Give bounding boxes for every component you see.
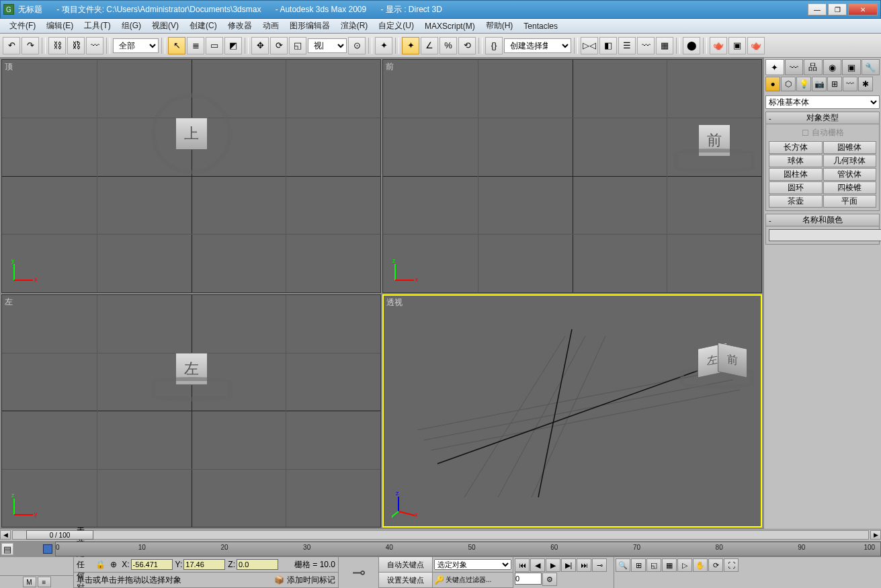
menu-grapheditor[interactable]: 图形编辑器 <box>284 19 335 33</box>
schematic-view-button[interactable]: ▦ <box>656 37 673 54</box>
time-config-button[interactable]: ⚙ <box>542 573 557 586</box>
ref-coord-select[interactable]: 视图 <box>308 38 347 53</box>
render-setup-button[interactable]: 🫖 <box>710 37 727 54</box>
menu-view[interactable]: 视图(V) <box>146 19 184 33</box>
menu-create[interactable]: 创建(C) <box>184 19 222 33</box>
obj-sphere[interactable]: 球体 <box>769 155 823 167</box>
move-button[interactable]: ✥ <box>251 37 269 54</box>
view-cube[interactable]: 左 前 <box>680 323 754 396</box>
tab-hierarchy[interactable]: 品 <box>804 59 823 75</box>
view-cube[interactable]: 左 <box>151 329 232 409</box>
tab-utilities[interactable]: 🔧 <box>862 59 880 75</box>
next-frame-button[interactable]: ▶| <box>561 558 576 572</box>
menu-modifiers[interactable]: 修改器 <box>222 19 257 33</box>
zoom-all-button[interactable]: ⊞ <box>631 558 646 572</box>
view-cube[interactable]: 前 <box>674 100 755 181</box>
goto-start-button[interactable]: ⏮ <box>515 558 530 572</box>
object-name-input[interactable] <box>769 229 881 241</box>
rollout-header[interactable]: -对象类型 <box>766 112 879 124</box>
menu-help[interactable]: 帮助(H) <box>480 19 519 33</box>
scroll-right-button[interactable]: ▶ <box>870 530 881 540</box>
obj-plane[interactable]: 平面 <box>823 195 877 208</box>
subtab-lights[interactable]: 💡 <box>796 77 811 91</box>
layer-manager-button[interactable]: ☰ <box>618 37 636 54</box>
maximize-button[interactable]: ❐ <box>828 3 847 15</box>
viewport-front[interactable]: 前 前 zx <box>382 59 762 293</box>
select-region-button[interactable]: ▭ <box>206 37 223 54</box>
obj-tube[interactable]: 管状体 <box>823 168 877 181</box>
menu-maxscript[interactable]: MAXScript(M) <box>419 20 480 32</box>
scroll-left-button[interactable]: ◀ <box>0 530 11 540</box>
menu-render[interactable]: 渲染(R) <box>335 19 374 33</box>
obj-pyramid[interactable]: 四棱锥 <box>823 181 877 194</box>
select-object-button[interactable]: ↖ <box>168 37 185 54</box>
subtab-systems[interactable]: ✱ <box>858 77 873 91</box>
named-selection-select[interactable]: 创建选择集 <box>504 38 571 53</box>
unlink-button[interactable]: ⛓̸ <box>67 37 85 54</box>
view-cube[interactable]: 上 <box>151 93 232 174</box>
mirror-button[interactable]: ▷◁ <box>581 37 598 54</box>
rollout-header[interactable]: -名称和颜色 <box>766 214 879 226</box>
rendered-frame-button[interactable]: ▣ <box>728 37 746 54</box>
rotate-button[interactable]: ⟳ <box>270 37 288 54</box>
subtab-helpers[interactable]: ⊞ <box>827 77 842 91</box>
material-editor-button[interactable]: ⬤ <box>683 37 700 54</box>
menu-group[interactable]: 组(G) <box>116 19 146 33</box>
minimize-button[interactable]: — <box>808 3 827 15</box>
category-select[interactable]: 标准基本体 <box>765 95 880 109</box>
subtab-geometry[interactable]: ● <box>765 77 780 91</box>
obj-geosphere[interactable]: 几何球体 <box>823 155 877 167</box>
listener-button[interactable]: ≡ <box>38 577 51 587</box>
menu-tentacles[interactable]: Tentacles <box>518 20 563 32</box>
obj-torus[interactable]: 圆环 <box>769 181 823 194</box>
angle-snap-button[interactable]: ∠ <box>421 37 438 54</box>
obj-cylinder[interactable]: 圆柱体 <box>769 168 823 181</box>
edit-named-sets-button[interactable]: {} <box>485 37 503 54</box>
x-input[interactable] <box>131 559 173 570</box>
percent-snap-button[interactable]: % <box>439 37 457 54</box>
time-tag-icon[interactable]: 📦 <box>274 575 284 585</box>
window-crossing-button[interactable]: ◩ <box>224 37 242 54</box>
key-lock-icon[interactable]: ⊸ <box>338 557 378 588</box>
key-icon[interactable]: 🔑 <box>434 575 444 585</box>
key-filter-button[interactable]: 关键点过滤器... <box>446 575 491 585</box>
pivot-center-button[interactable]: ⊙ <box>348 37 366 54</box>
time-marker[interactable] <box>43 544 52 554</box>
add-time-tag[interactable]: 添加时间标记 <box>287 575 335 586</box>
key-target-select[interactable]: 选定对象 <box>434 559 511 570</box>
viewport-top[interactable]: 顶 上 yx <box>1 59 381 293</box>
menu-animation[interactable]: 动画 <box>257 19 284 33</box>
link-button[interactable]: ⛓ <box>48 37 66 54</box>
undo-button[interactable]: ↶ <box>3 37 20 54</box>
menu-edit[interactable]: 编辑(E) <box>41 19 79 33</box>
manipulate-button[interactable]: ✦ <box>375 37 392 54</box>
viewport-perspective[interactable]: 透视 左 前 zxy <box>382 294 762 528</box>
script-mini-listener[interactable] <box>0 557 73 576</box>
subtab-shapes[interactable]: ⬡ <box>781 77 796 91</box>
menu-customize[interactable]: 自定义(U) <box>373 19 419 33</box>
curve-editor-button[interactable]: 〰 <box>637 37 655 54</box>
scale-button[interactable]: ◱ <box>289 37 306 54</box>
tab-create[interactable]: ✦ <box>765 59 784 75</box>
autokey-button[interactable]: 自动关键点 <box>379 557 432 573</box>
zoom-extents-all-button[interactable]: ▦ <box>662 558 677 572</box>
time-ruler[interactable]: 0 10 20 30 40 50 60 70 80 90 100 <box>55 542 881 556</box>
obj-teapot[interactable]: 茶壶 <box>769 195 823 208</box>
align-button[interactable]: ◧ <box>599 37 617 54</box>
select-by-name-button[interactable]: ≣ <box>187 37 204 54</box>
obj-box[interactable]: 长方体 <box>769 141 823 154</box>
menu-tools[interactable]: 工具(T) <box>79 19 116 33</box>
pan-button[interactable]: ✋ <box>693 558 708 572</box>
prev-frame-button[interactable]: ◀ <box>530 558 545 572</box>
orbit-button[interactable]: ⟳ <box>708 558 723 572</box>
fov-button[interactable]: ▷ <box>677 558 692 572</box>
time-slider[interactable]: 0 / 100 <box>12 530 869 540</box>
spinner-snap-button[interactable]: ⟲ <box>458 37 476 54</box>
lock-icon[interactable]: 🔒 <box>95 559 106 570</box>
setkey-button[interactable]: 设置关键点 <box>379 573 432 588</box>
time-slider-handle[interactable]: 0 / 100 <box>26 530 93 540</box>
play-button[interactable]: ▶ <box>546 558 560 572</box>
subtab-cameras[interactable]: 📷 <box>812 77 827 91</box>
trackbar-toggle[interactable]: ▤ <box>1 543 13 555</box>
autogrid-checkbox[interactable]: ☐自动栅格 <box>769 127 876 138</box>
